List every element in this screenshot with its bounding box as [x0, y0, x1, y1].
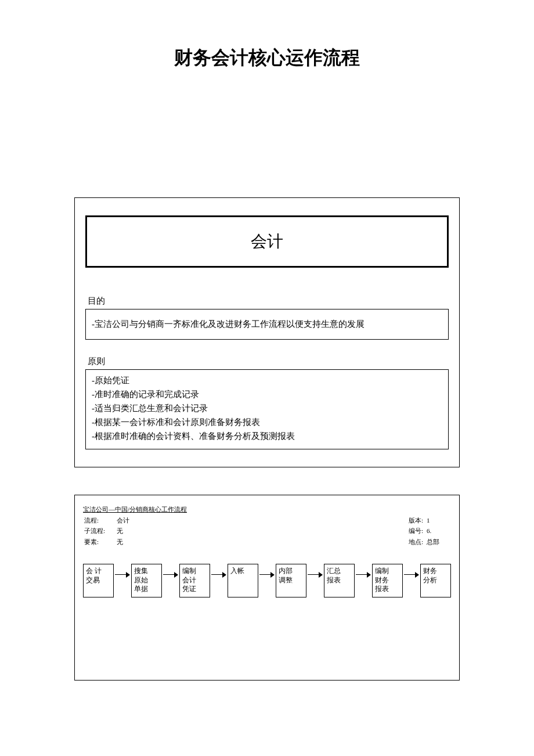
page-title: 财务会计核心运作流程: [0, 0, 534, 71]
meta-left-table: 流程:会计 子流程:无 要素:无: [83, 514, 141, 548]
principle-item: -根据某一会计标准和会计原则准备财务报表: [92, 415, 442, 429]
arrow-right-icon: [210, 564, 228, 597]
arrow-right-icon: [114, 564, 131, 597]
meta-block: 宝洁公司—中国/分销商核心工作流程 流程:会计 子流程:无 要素:无 版本:1 …: [83, 505, 451, 548]
flow-node: 汇总报表: [324, 564, 355, 597]
meta-key: 版本:: [409, 516, 425, 525]
arrow-right-icon: [355, 564, 372, 597]
flow-node: 编制财务报表: [372, 564, 403, 597]
purpose-box: -宝洁公司与分销商一齐标准化及改进财务工作流程以便支持生意的发展: [85, 309, 449, 340]
arrow-right-icon: [403, 564, 420, 597]
arrow-right-icon: [162, 564, 179, 597]
meta-val: 6.: [427, 526, 450, 536]
meta-val: 1: [427, 516, 450, 525]
overview-panel: 会计 目的 -宝洁公司与分销商一齐标准化及改进财务工作流程以便支持生意的发展 原…: [74, 197, 460, 467]
meta-key: 地点:: [409, 537, 425, 547]
purpose-text: -宝洁公司与分销商一齐标准化及改进财务工作流程以便支持生意的发展: [92, 319, 365, 329]
meta-val: 会计: [117, 516, 140, 525]
meta-title: 宝洁公司—中国/分销商核心工作流程: [83, 505, 187, 514]
meta-right-table: 版本:1 编号:6. 地点:总部: [407, 514, 451, 548]
meta-key: 流程:: [84, 516, 116, 525]
accounting-banner: 会计: [85, 215, 449, 268]
principle-item: -根据准时准确的会计资料、准备财务分析及预测报表: [92, 429, 442, 443]
flowchart-panel: 宝洁公司—中国/分销商核心工作流程 流程:会计 子流程:无 要素:无 版本:1 …: [74, 495, 460, 681]
principle-item: -适当归类汇总生意和会计记录: [92, 401, 442, 415]
flow-row: 会 计交易 搜集原始单据 编制会计凭证 入帐 内部调整 汇总报表 编制财务报表 …: [83, 564, 451, 597]
principle-item: -原始凭证: [92, 373, 442, 387]
principle-item: -准时准确的记录和完成记录: [92, 387, 442, 401]
flow-node: 财务分析: [420, 564, 451, 597]
flow-node: 会 计交易: [83, 564, 114, 597]
meta-val: 总部: [427, 537, 450, 547]
arrow-right-icon: [258, 564, 276, 597]
meta-val: 无: [117, 537, 140, 547]
flow-node: 内部调整: [276, 564, 306, 597]
arrow-right-icon: [306, 564, 324, 597]
flow-node: 入帐: [228, 564, 258, 597]
principles-box: -原始凭证 -准时准确的记录和完成记录 -适当归类汇总生意和会计记录 -根据某一…: [85, 369, 449, 449]
meta-val: 无: [117, 526, 140, 536]
meta-key: 要素:: [84, 537, 116, 547]
flow-node: 搜集原始单据: [131, 564, 162, 597]
principles-label: 原则: [85, 356, 449, 367]
meta-key: 子流程:: [84, 526, 116, 536]
flow-node: 编制会计凭证: [179, 564, 210, 597]
purpose-label: 目的: [85, 296, 449, 307]
meta-key: 编号:: [409, 526, 425, 536]
